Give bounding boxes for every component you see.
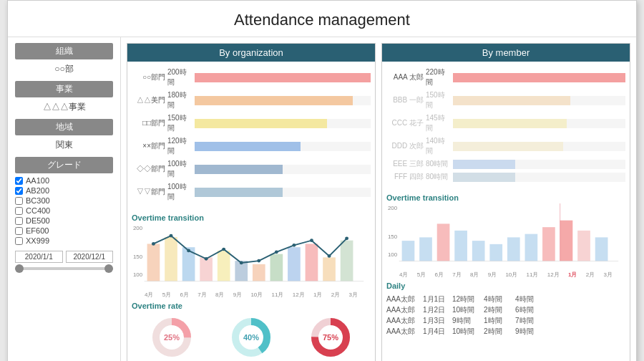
bar-fill — [195, 142, 301, 151]
svg-point-21 — [257, 259, 260, 263]
bar-value: 220時間 — [426, 67, 453, 87]
main-window: Attendance management 組織 ○○部 事業 △△△事業 地域… — [7, 0, 637, 361]
bar-row: CCC 花子 145時間 — [386, 113, 625, 133]
daily-col3: 6時間 — [515, 305, 542, 315]
biz-value: △△△事業 — [15, 100, 113, 115]
bar-value: 100時間 — [167, 182, 195, 202]
slider-thumb-right[interactable] — [104, 264, 113, 273]
daily-col1: 12時間 — [452, 294, 479, 304]
grade-checkbox[interactable] — [15, 227, 23, 235]
svg-rect-42 — [437, 223, 450, 261]
grade-section: グレード AA100AB200BC300CC400DE500EF600XX999 — [15, 157, 113, 245]
org-value: ○○部 — [15, 62, 113, 77]
member-panel-header: By member — [382, 44, 630, 62]
bar-value: 120時間 — [167, 136, 195, 156]
svg-point-15 — [152, 242, 155, 246]
org-panel: By organization ○○部門 200時間 △△美門 180時間 □□… — [127, 43, 376, 361]
bar-fill — [453, 119, 567, 128]
slider-thumb-left[interactable] — [15, 264, 24, 273]
daily-name: AAA太郎 — [386, 294, 419, 304]
svg-rect-14 — [341, 241, 353, 281]
bar-bg — [195, 96, 371, 105]
bar-value: 140時間 — [426, 136, 453, 156]
bar-bg — [195, 165, 371, 174]
bar-value: 150時間 — [426, 90, 453, 110]
donut-3: 75% — [309, 316, 352, 361]
grade-checkbox[interactable] — [15, 237, 23, 245]
daily-title: Daily — [382, 279, 630, 292]
svg-rect-40 — [402, 241, 415, 261]
svg-text:200: 200 — [388, 206, 397, 212]
bar-value: 150時間 — [167, 113, 195, 133]
svg-text:25%: 25% — [164, 333, 180, 342]
bar-row: ××部門 120時間 — [132, 136, 371, 156]
date-range: 2020/1/1 2020/12/1 — [15, 251, 113, 263]
bar-fill — [453, 160, 515, 169]
svg-text:150: 150 — [388, 234, 397, 240]
svg-rect-46 — [507, 237, 520, 261]
grade-name: EF600 — [26, 226, 49, 235]
daily-col3: 7時間 — [515, 316, 542, 326]
bar-bg — [195, 73, 371, 82]
bar-fill — [453, 142, 563, 151]
grade-checkbox[interactable] — [15, 187, 23, 195]
grade-name: XX999 — [26, 236, 49, 245]
date-slider[interactable] — [15, 267, 113, 270]
panels-row: By organization ○○部門 200時間 △△美門 180時間 □□… — [127, 43, 630, 361]
bar-label: ◇◇部門 — [132, 164, 167, 174]
daily-col2: 2時間 — [484, 305, 511, 315]
svg-point-20 — [240, 261, 243, 265]
grade-name: AB200 — [26, 186, 49, 195]
bar-label: ○○部門 — [132, 72, 167, 82]
grade-checkbox[interactable] — [15, 207, 23, 215]
svg-text:75%: 75% — [323, 333, 338, 342]
bar-fill — [195, 96, 353, 105]
donut-2: 40% — [230, 316, 273, 361]
date-from[interactable]: 2020/1/1 — [15, 251, 63, 263]
bar-value: 145時間 — [426, 113, 453, 133]
bar-label: AAA 太郎 — [386, 72, 426, 82]
org-bar-chart: ○○部門 200時間 △△美門 180時間 □□部門 150時間 ××部門 12… — [127, 62, 375, 211]
page-title: Attendance management — [8, 1, 636, 37]
date-to[interactable]: 2020/12/1 — [66, 251, 114, 263]
svg-text:100: 100 — [388, 251, 397, 258]
sidebar: 組織 ○○部 事業 △△△事業 地域 関東 グレード AA100AB200BC3… — [8, 37, 121, 361]
grade-checkbox[interactable] — [15, 197, 23, 205]
svg-rect-49 — [560, 221, 573, 261]
grade-name: BC300 — [26, 196, 50, 205]
svg-point-22 — [275, 250, 278, 254]
svg-rect-4 — [165, 237, 177, 281]
grade-checkbox[interactable] — [15, 217, 23, 225]
region-section: 地域 関東 — [15, 119, 113, 153]
bar-value: 100時間 — [167, 159, 195, 179]
bar-row: ▽▽部門 100時間 — [132, 182, 371, 202]
svg-point-24 — [310, 239, 313, 242]
daily-col2: 2時間 — [484, 327, 511, 337]
org-panel-header: By organization — [127, 44, 375, 62]
daily-col1: 9時間 — [452, 316, 479, 326]
bar-label: FFF 四郎 — [386, 172, 426, 182]
bar-fill — [195, 73, 371, 82]
svg-point-19 — [222, 248, 225, 251]
svg-rect-12 — [306, 244, 318, 281]
grade-checkbox[interactable] — [15, 177, 23, 185]
svg-point-18 — [205, 257, 208, 261]
main-content: By organization ○○部門 200時間 △△美門 180時間 □□… — [121, 37, 636, 361]
bar-value: 80時間 — [426, 159, 453, 169]
bar-row: ◇◇部門 100時間 — [132, 159, 371, 179]
biz-label: 事業 — [15, 81, 113, 97]
daily-date: 1月1日 — [423, 294, 448, 304]
bar-label: □□部門 — [132, 118, 167, 128]
svg-text:100: 100 — [133, 271, 142, 278]
grade-list: AA100AB200BC300CC400DE500EF600XX999 — [15, 176, 113, 245]
svg-point-25 — [328, 254, 331, 258]
bar-row: AAA 太郎 220時間 — [386, 67, 625, 87]
grade-item: AB200 — [15, 186, 113, 195]
grade-name: CC400 — [26, 206, 50, 215]
grade-item: AA100 — [15, 176, 113, 185]
bar-fill — [195, 188, 283, 197]
daily-table: AAA太郎 1月1日 12時間 4時間 4時間 AAA太郎 1月2日 10時間 … — [382, 292, 630, 340]
svg-rect-11 — [288, 247, 301, 281]
svg-rect-9 — [253, 264, 265, 281]
daily-col3: 4時間 — [515, 294, 542, 304]
